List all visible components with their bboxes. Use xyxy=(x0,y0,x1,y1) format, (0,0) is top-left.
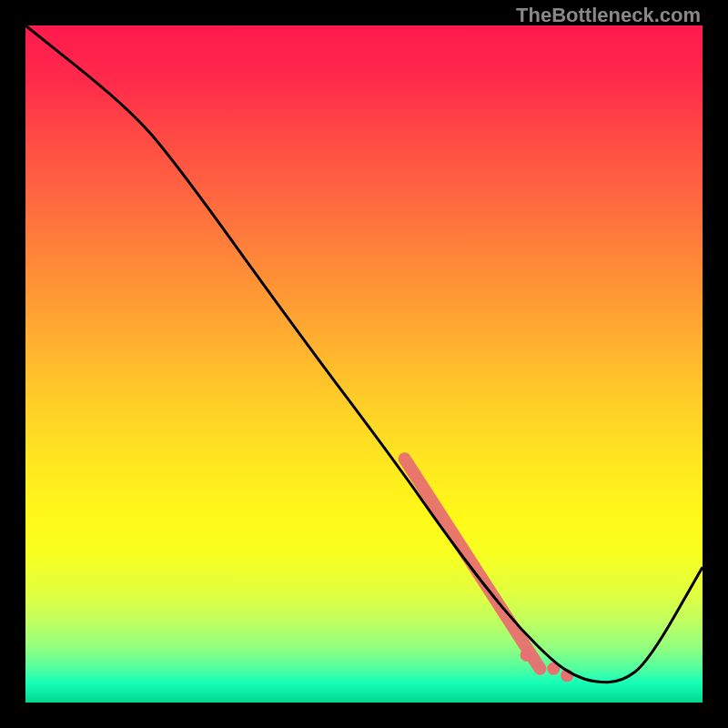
highlight-band xyxy=(405,459,574,682)
bottleneck-curve xyxy=(25,25,703,682)
highlight-dot xyxy=(521,649,533,662)
chart-svg xyxy=(25,25,703,703)
watermark-label: TheBottleneck.com xyxy=(516,4,701,27)
